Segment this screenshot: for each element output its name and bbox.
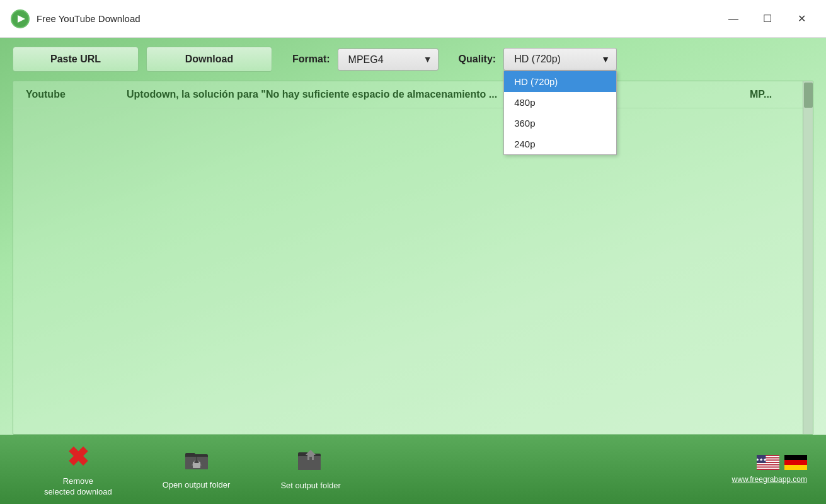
remove-download-label: Removeselected download bbox=[44, 476, 112, 498]
remove-download-button[interactable]: ✖ Removeselected download bbox=[19, 435, 137, 504]
minimize-button[interactable]: — bbox=[719, 9, 748, 29]
format-select-wrapper: MPEG4 MP3 AVI MKV ▼ bbox=[338, 49, 439, 71]
svg-rect-20 bbox=[757, 463, 779, 464]
quality-select-display[interactable]: HD (720p) ▼ bbox=[503, 48, 617, 71]
quality-select-wrapper[interactable]: HD (720p) ▼ HD (720p) 480p 360p 240p bbox=[503, 48, 617, 71]
toolbar: Paste URL Download Format: MPEG4 MP3 AVI… bbox=[0, 38, 826, 81]
close-button[interactable]: ✕ bbox=[787, 9, 816, 29]
app-window: Paste URL Download Format: MPEG4 MP3 AVI… bbox=[0, 38, 826, 504]
content-area: Youtube Uptodown, la solución para "No h… bbox=[13, 81, 813, 435]
svg-rect-15 bbox=[309, 457, 312, 460]
quality-option-hd720p[interactable]: HD (720p) bbox=[504, 71, 616, 92]
website-link[interactable]: www.freegrabapp.com bbox=[732, 475, 807, 484]
app-logo-icon bbox=[10, 9, 30, 29]
svg-rect-21 bbox=[757, 466, 779, 467]
set-folder-label: Set output folder bbox=[280, 481, 340, 491]
quality-option-360p[interactable]: 360p bbox=[504, 113, 616, 134]
svg-rect-22 bbox=[757, 467, 779, 469]
bottom-bar: ✖ Removeselected download Open output fo… bbox=[0, 435, 826, 504]
open-folder-button[interactable]: Open output folder bbox=[137, 442, 256, 497]
svg-rect-26 bbox=[784, 460, 807, 465]
quality-dropdown-arrow-icon: ▼ bbox=[601, 54, 610, 64]
window-title: Free YouTube Download bbox=[37, 13, 719, 24]
bottom-right: ★★★ www.freegrabapp.com bbox=[732, 455, 807, 484]
quality-dropdown: HD (720p) 480p 360p 240p bbox=[503, 71, 617, 155]
us-flag-icon[interactable]: ★★★ bbox=[757, 455, 779, 470]
svg-rect-5 bbox=[185, 453, 195, 457]
svg-rect-27 bbox=[784, 465, 807, 470]
window-controls: — ☐ ✕ bbox=[719, 9, 816, 29]
list-col-source: Youtube bbox=[26, 89, 127, 100]
open-folder-label: Open output folder bbox=[163, 480, 231, 491]
scrollbar-thumb[interactable] bbox=[804, 83, 813, 108]
set-folder-button[interactable]: Set output folder bbox=[255, 441, 365, 498]
quality-label: Quality: bbox=[459, 54, 496, 65]
flag-row: ★★★ bbox=[757, 455, 807, 470]
list-col-title: Uptodown, la solución para "No hay sufic… bbox=[127, 89, 750, 100]
quality-selected-value: HD (720p) bbox=[514, 54, 561, 64]
list-col-format: MP... bbox=[750, 89, 800, 100]
title-bar: Free YouTube Download — ☐ ✕ bbox=[0, 0, 826, 38]
format-label: Format: bbox=[292, 54, 330, 65]
open-folder-icon bbox=[184, 448, 209, 476]
paste-url-button[interactable]: Paste URL bbox=[13, 47, 139, 72]
maximize-button[interactable]: ☐ bbox=[753, 9, 782, 29]
quality-option-480p[interactable]: 480p bbox=[504, 92, 616, 113]
download-button[interactable]: Download bbox=[146, 47, 272, 72]
format-select[interactable]: MPEG4 MP3 AVI MKV bbox=[338, 49, 439, 71]
remove-icon: ✖ bbox=[67, 442, 89, 472]
set-folder-icon bbox=[297, 447, 324, 477]
svg-marker-13 bbox=[306, 450, 316, 455]
svg-text:★★★: ★★★ bbox=[757, 457, 767, 462]
quality-option-240p[interactable]: 240p bbox=[504, 134, 616, 154]
german-flag-icon[interactable] bbox=[784, 455, 807, 470]
svg-rect-25 bbox=[784, 455, 807, 460]
scrollbar[interactable] bbox=[803, 81, 813, 434]
list-row: Youtube Uptodown, la solución para "No h… bbox=[13, 81, 813, 108]
